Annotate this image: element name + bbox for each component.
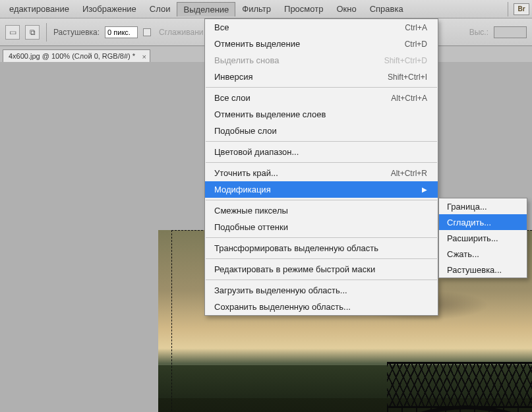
menu-item-label: Трансформировать выделенную область	[214, 243, 427, 253]
document-tab-title: 4x600.jpg @ 100% (Слой 0, RGB/8#) *	[9, 52, 135, 60]
menu-item[interactable]: Уточнить край...Alt+Ctrl+R	[205, 165, 438, 181]
menu-item-shortcut: Alt+Ctrl+A	[391, 94, 427, 103]
select-menu-dropdown: ВсеCtrl+AОтменить выделениеCtrl+DВыделит…	[204, 18, 438, 316]
menu-item-label: Все	[214, 22, 405, 32]
selection-mode-2-icon[interactable]: ⧉	[25, 25, 40, 40]
submenu-item-label: Растушевка...	[447, 265, 502, 275]
menu-item[interactable]: Загрузить выделенную область...	[205, 282, 438, 299]
antialias-checkbox[interactable]	[143, 28, 151, 36]
menu-item[interactable]: ИнверсияShift+Ctrl+I	[205, 69, 438, 85]
menu-item-shortcut: Shift+Ctrl+D	[384, 56, 427, 65]
menu-view[interactable]: Просмотр	[278, 1, 330, 16]
menu-item[interactable]: Отменить выделение слоев	[205, 106, 438, 123]
menu-item-label: Модификация	[214, 185, 422, 194]
height-field[interactable]	[494, 26, 527, 38]
submenu-item-label: Сгладить...	[447, 218, 491, 227]
submenu-item[interactable]: Сжать...	[439, 246, 527, 262]
menu-edit[interactable]: едактирование	[3, 1, 76, 16]
menu-item-label: Инверсия	[214, 72, 388, 82]
menu-item-shortcut: Ctrl+A	[405, 23, 427, 32]
menu-item-shortcut: Alt+Ctrl+R	[391, 169, 427, 178]
menu-item-shortcut: Shift+Ctrl+I	[388, 73, 427, 82]
menu-item[interactable]: Редактировать в режиме быстрой маски	[205, 261, 438, 278]
menu-item-label: Сохранить выделенную область...	[214, 302, 427, 312]
menu-window[interactable]: Окно	[330, 1, 363, 16]
menu-item-shortcut: Ctrl+D	[405, 40, 427, 49]
menu-item-label: Отменить выделение	[214, 39, 405, 49]
menu-item[interactable]: Смежные пикселы	[205, 202, 438, 219]
menu-item-label: Подобные оттенки	[214, 222, 427, 232]
menu-item-label: Загрузить выделенную область...	[214, 285, 427, 295]
submenu-item-label: Граница...	[447, 202, 487, 212]
menu-item[interactable]: Все слоиAlt+Ctrl+A	[205, 90, 438, 106]
feather-label: Растушевка:	[53, 28, 100, 37]
menu-item[interactable]: ВсеCtrl+A	[205, 19, 438, 36]
menu-item[interactable]: Цветовой диапазон...	[205, 144, 438, 160]
menu-item[interactable]: Подобные слои	[205, 123, 438, 139]
menu-layers[interactable]: Слои	[143, 1, 177, 16]
menu-item-label: Цветовой диапазон...	[214, 147, 427, 157]
menu-item[interactable]: Подобные оттенки	[205, 219, 438, 235]
modify-submenu: Граница...Сгладить...Расширить...Сжать..…	[438, 198, 527, 278]
submenu-item[interactable]: Расширить...	[439, 230, 527, 246]
feather-input[interactable]	[105, 26, 138, 38]
menu-filter[interactable]: Фильтр	[235, 1, 278, 16]
submenu-item[interactable]: Растушевка...	[439, 262, 527, 278]
menu-select[interactable]: Выделение	[177, 2, 235, 16]
bridge-button[interactable]: Br	[514, 3, 529, 15]
document-tab[interactable]: 4x600.jpg @ 100% (Слой 0, RGB/8#) * ×	[3, 49, 150, 62]
menu-item-label: Уточнить край...	[214, 168, 391, 178]
submenu-item[interactable]: Сгладить...	[439, 214, 527, 230]
submenu-item-label: Сжать...	[447, 249, 479, 259]
menu-item: Выделить сноваShift+Ctrl+D	[205, 52, 438, 69]
menu-item-label: Все слои	[214, 93, 391, 103]
height-label: Выс.:	[469, 28, 488, 37]
antialias-label: Сглаживани	[159, 28, 203, 37]
menu-help[interactable]: Справка	[363, 1, 410, 16]
menu-item-label: Подобные слои	[214, 126, 427, 136]
menu-item-label: Редактировать в режиме быстрой маски	[214, 264, 427, 274]
menu-item[interactable]: Сохранить выделенную область...	[205, 299, 438, 315]
menubar: едактирование Изображение Слои Выделение…	[0, 0, 532, 18]
menu-item-label: Отменить выделение слоев	[214, 109, 427, 119]
menu-item-label: Смежные пикселы	[214, 206, 427, 216]
selection-mode-1-icon[interactable]: ▭	[5, 25, 20, 40]
close-icon[interactable]: ×	[142, 53, 146, 61]
submenu-arrow-icon: ▶	[422, 186, 427, 193]
menu-image[interactable]: Изображение	[76, 1, 143, 16]
menu-item[interactable]: Отменить выделениеCtrl+D	[205, 36, 438, 52]
menu-item-label: Выделить снова	[214, 55, 384, 65]
menu-item[interactable]: Модификация▶	[205, 181, 438, 198]
submenu-item[interactable]: Граница...	[439, 198, 527, 214]
menu-item[interactable]: Трансформировать выделенную область	[205, 240, 438, 256]
submenu-item-label: Расширить...	[447, 233, 498, 243]
